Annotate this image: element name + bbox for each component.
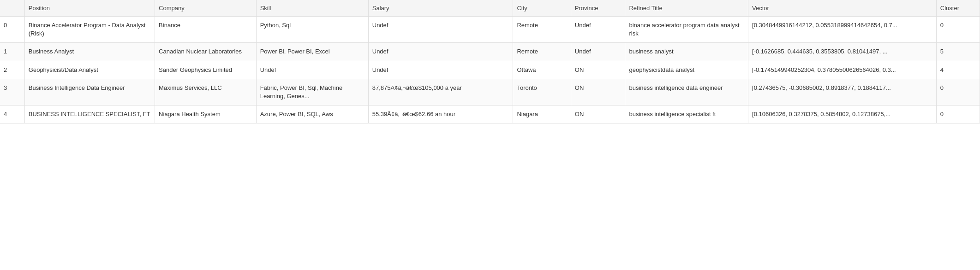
cell-salary: Undef <box>368 43 513 61</box>
cell-vector: [-0.1745149940252304, 0.3780550062656402… <box>748 61 937 79</box>
cell-refined-title: business analyst <box>625 43 748 61</box>
col-header-province: Province <box>571 0 625 17</box>
cell-cluster: 5 <box>936 43 980 61</box>
col-header-vector: Vector <box>748 0 937 17</box>
cell-refined-title: geophysicistdata analyst <box>625 61 748 79</box>
cell-vector: [-0.1626685, 0.444635, 0.3553805, 0.8104… <box>748 43 937 61</box>
col-header-position: Position <box>24 0 155 17</box>
cell-company: Niagara Health System <box>155 106 257 123</box>
cell-position: Geophysicist/Data Analyst <box>24 61 155 79</box>
cell-city: Remote <box>513 17 571 43</box>
cell-position: Business Intelligence Data Engineer <box>24 79 155 105</box>
col-header-company: Company <box>155 0 257 17</box>
cell-province: ON <box>571 106 625 123</box>
cell-province: ON <box>571 61 625 79</box>
table-row: 0Binance Accelerator Program - Data Anal… <box>0 17 980 43</box>
cell-company: Canadian Nuclear Laboratories <box>155 43 257 61</box>
cell-salary: Undef <box>368 17 513 43</box>
cell-province: Undef <box>571 17 625 43</box>
col-header-salary: Salary <box>368 0 513 17</box>
cell-company: Maximus Services, LLC <box>155 79 257 105</box>
cell-vector: [0.10606326, 0.3278375, 0.5854802, 0.127… <box>748 106 937 123</box>
table-row: 4BUSINESS INTELLIGENCE SPECIALIST, FTNia… <box>0 106 980 123</box>
cell-skill: Undef <box>256 61 368 79</box>
cell-salary: 55.39Ã¢â‚¬â€œ$62.66 an hour <box>368 106 513 123</box>
table-row: 1Business AnalystCanadian Nuclear Labora… <box>0 43 980 61</box>
cell-city: Niagara <box>513 106 571 123</box>
cell-cluster: 0 <box>936 17 980 43</box>
col-header-cluster: Cluster <box>936 0 980 17</box>
table-header-row: Position Company Skill Salary City Provi… <box>0 0 980 17</box>
cell-company: Sander Geophysics Limited <box>155 61 257 79</box>
cell-salary: Undef <box>368 61 513 79</box>
cell-skill: Fabric, Power BI, Sql, Machine Learning,… <box>256 79 368 105</box>
table-row: 2Geophysicist/Data AnalystSander Geophys… <box>0 61 980 79</box>
col-header-refined-title: Refined Title <box>625 0 748 17</box>
cell-city: Remote <box>513 43 571 61</box>
cell-position: Binance Accelerator Program - Data Analy… <box>24 17 155 43</box>
cell-skill: Power Bi, Power BI, Excel <box>256 43 368 61</box>
cell-vector: [0.3048449916144212, 0.05531899941464265… <box>748 17 937 43</box>
cell-vector: [0.27436575, -0.30685002, 0.8918377, 0.1… <box>748 79 937 105</box>
cell-cluster: 0 <box>936 106 980 123</box>
cell-cluster: 0 <box>936 79 980 105</box>
cell-skill: Azure, Power BI, SQL, Aws <box>256 106 368 123</box>
cell-index: 4 <box>0 106 24 123</box>
cell-position: Business Analyst <box>24 43 155 61</box>
cell-skill: Python, Sql <box>256 17 368 43</box>
cell-index: 1 <box>0 43 24 61</box>
cell-refined-title: business intelligence specialist ft <box>625 106 748 123</box>
cell-index: 2 <box>0 61 24 79</box>
cell-index: 0 <box>0 17 24 43</box>
col-header-skill: Skill <box>256 0 368 17</box>
cell-refined-title: binance accelerator program data analyst… <box>625 17 748 43</box>
cell-province: ON <box>571 79 625 105</box>
cell-refined-title: business intelligence data engineer <box>625 79 748 105</box>
cell-cluster: 4 <box>936 61 980 79</box>
cell-index: 3 <box>0 79 24 105</box>
cell-city: Toronto <box>513 79 571 105</box>
cell-city: Ottawa <box>513 61 571 79</box>
cell-province: Undef <box>571 43 625 61</box>
cell-salary: 87,875Ã¢â‚¬â€œ$105,000 a year <box>368 79 513 105</box>
col-header-city: City <box>513 0 571 17</box>
cell-company: Binance <box>155 17 257 43</box>
table-row: 3Business Intelligence Data EngineerMaxi… <box>0 79 980 105</box>
data-table: Position Company Skill Salary City Provi… <box>0 0 980 123</box>
cell-position: BUSINESS INTELLIGENCE SPECIALIST, FT <box>24 106 155 123</box>
col-header-index <box>0 0 24 17</box>
